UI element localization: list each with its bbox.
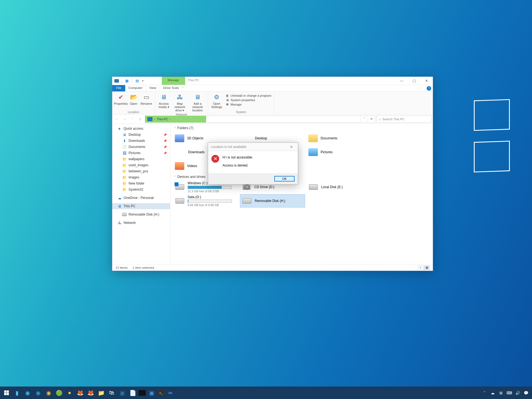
search-input[interactable]: ⌕ Search This PC bbox=[376, 116, 432, 123]
system-properties-button[interactable]: 🖥System properties bbox=[225, 98, 271, 102]
taskbar-chrome-icon[interactable]: 🟢 bbox=[54, 388, 64, 398]
ok-button[interactable]: OK bbox=[274, 176, 295, 181]
nav-item[interactable]: 📁between_pcs bbox=[112, 168, 170, 174]
drive-item[interactable]: Local Disk (E:) bbox=[307, 180, 372, 194]
manage-context-tab[interactable]: Manage bbox=[162, 77, 185, 85]
taskbar-cmd-icon[interactable]: >_ bbox=[139, 390, 146, 396]
properties-button[interactable]: ✔Properties bbox=[114, 93, 128, 106]
rename-button[interactable]: ▭Rename bbox=[139, 93, 153, 106]
status-bar: 12 items 1 item selected ≡ ▦ bbox=[112, 264, 433, 271]
tray-security-icon[interactable]: ⊞ bbox=[498, 391, 504, 395]
help-icon[interactable]: ? bbox=[427, 86, 431, 91]
up-button[interactable]: ↑ bbox=[137, 116, 144, 123]
titlebar: ▦ ▤ ▾ Manage This PC — ▢ ✕ bbox=[112, 77, 433, 85]
computer-tab[interactable]: Computer bbox=[125, 85, 146, 91]
folder-icon: ⬇ bbox=[122, 139, 127, 143]
folder-icon bbox=[175, 147, 185, 157]
drive-icon bbox=[242, 196, 252, 205]
drive-icon bbox=[308, 183, 318, 191]
folder-icon: 📁 bbox=[122, 187, 127, 192]
quick-access-root[interactable]: ★Quick access bbox=[112, 126, 170, 132]
quick-access-toolbar: ▦ ▤ ▾ bbox=[112, 77, 145, 85]
taskbar-explorer-icon[interactable]: 📁 bbox=[96, 388, 106, 398]
tray-volume-icon[interactable]: 🔊 bbox=[515, 391, 520, 395]
access-media-button[interactable]: 🖥Access media ▾ bbox=[157, 93, 171, 109]
taskbar-firefox-icon[interactable]: 🦊 bbox=[75, 388, 85, 398]
address-bar[interactable]: › This PC › ˅ ✕ bbox=[145, 116, 375, 123]
drive-tools-tab[interactable]: Drive Tools bbox=[160, 85, 183, 91]
tray-input-icon[interactable]: ⌨ bbox=[507, 391, 512, 395]
nav-item[interactable]: 📁New folder bbox=[112, 180, 170, 186]
tiles-view-button[interactable]: ▦ bbox=[424, 265, 429, 270]
recent-locations-icon[interactable]: ˅ bbox=[129, 116, 136, 123]
navigation-bar: ← → ˅ ↑ › This PC › ˅ ✕ ⌕ Search This PC bbox=[112, 114, 433, 124]
folders-section-header[interactable]: ˅Folders (7) bbox=[173, 124, 430, 132]
collapse-ribbon-icon[interactable]: ˆ bbox=[182, 87, 185, 90]
folder-icon bbox=[308, 134, 318, 142]
pc-icon: 🖥 bbox=[117, 204, 122, 208]
selection-count: 1 item selected bbox=[132, 266, 154, 269]
drive-item[interactable]: Removable Disk (H:) bbox=[240, 194, 305, 208]
drive-icon bbox=[175, 196, 185, 205]
dialog-close-button[interactable]: ✕ bbox=[288, 145, 295, 149]
taskbar-app-1[interactable]: ▮ bbox=[12, 388, 22, 398]
manage-button[interactable]: 🛠Manage bbox=[225, 103, 271, 106]
folder-icon: 📁 bbox=[122, 181, 127, 186]
minimize-button[interactable]: — bbox=[395, 77, 408, 85]
tray-onedrive-icon[interactable]: ☁ bbox=[490, 391, 495, 395]
onedrive-root[interactable]: ☁OneDrive - Personal bbox=[112, 195, 170, 201]
tray-notifications-icon[interactable]: 💬 bbox=[523, 391, 529, 395]
this-pc-root[interactable]: 🖥This PC bbox=[112, 203, 170, 209]
nav-item[interactable]: 🖼Pictures📌 bbox=[112, 150, 170, 156]
nav-item[interactable]: 📄Documents📌 bbox=[112, 144, 170, 150]
folder-item[interactable]: Documents bbox=[307, 132, 372, 145]
taskbar-powershell-icon[interactable]: ▣ bbox=[117, 388, 127, 398]
system-group-label: System bbox=[210, 110, 272, 114]
taskbar-firefox-dev-icon[interactable]: 🦊 bbox=[86, 388, 95, 398]
nav-item[interactable]: 🖥Desktop📌 bbox=[112, 132, 170, 138]
taskbar-app-4[interactable]: ∞ bbox=[166, 388, 175, 398]
file-tab[interactable]: File bbox=[112, 85, 125, 91]
taskbar-store-icon[interactable]: 🛍 bbox=[107, 388, 116, 398]
taskbar-chrome-canary-icon[interactable]: ● bbox=[65, 388, 74, 398]
drive-item[interactable]: Sata (G:)9.94 GB free of 9.98 GB bbox=[173, 194, 238, 208]
nav-item[interactable]: 📁System32 bbox=[112, 186, 170, 193]
pc-icon[interactable] bbox=[114, 78, 119, 84]
nav-item[interactable]: 📁images bbox=[112, 174, 170, 180]
details-view-button[interactable]: ≡ bbox=[418, 265, 423, 270]
taskbar-edge-canary-icon[interactable]: ◉ bbox=[44, 388, 53, 398]
refresh-button[interactable]: ✕ bbox=[368, 116, 375, 122]
removable-disk-nav[interactable]: Removable Disk (H:) bbox=[112, 211, 170, 218]
nav-item[interactable]: ⬇Downloads📌 bbox=[112, 138, 170, 144]
forward-button[interactable]: → bbox=[121, 116, 128, 123]
folder-icon bbox=[175, 162, 184, 170]
qat-dropdown-icon[interactable]: ▾ bbox=[142, 79, 144, 82]
taskbar-terminal-icon[interactable]: >_ bbox=[157, 390, 165, 396]
close-button[interactable]: ✕ bbox=[420, 77, 433, 85]
add-network-location-button[interactable]: 🖥Add a network location bbox=[189, 93, 206, 112]
nav-item[interactable]: 📁wallpapers bbox=[112, 156, 170, 162]
taskbar-app-2[interactable]: 📄 bbox=[128, 388, 137, 398]
tray-overflow-icon[interactable]: ˄ bbox=[482, 391, 487, 395]
pin-icon: 📌 bbox=[163, 145, 167, 149]
taskbar-edge-icon[interactable]: ◉ bbox=[23, 388, 32, 398]
properties-qat-icon[interactable]: ▦ bbox=[124, 78, 130, 84]
uninstall-program-button[interactable]: 🗑Uninstall or change a program bbox=[225, 94, 271, 98]
back-button[interactable]: ← bbox=[113, 116, 121, 123]
drive-icon bbox=[122, 212, 127, 217]
taskbar-edge-dev-icon[interactable]: ◉ bbox=[33, 388, 43, 398]
pin-icon: 📌 bbox=[163, 139, 167, 142]
map-network-drive-button[interactable]: 🖧Map network drive ▾ bbox=[171, 93, 188, 112]
open-settings-button[interactable]: ⚙Open Settings bbox=[210, 93, 224, 109]
folder-item[interactable]: Pictures bbox=[307, 145, 372, 159]
folder-icon: 🖼 bbox=[122, 151, 127, 155]
new-folder-qat-icon[interactable]: ▤ bbox=[134, 78, 140, 84]
open-button[interactable]: 📂Open bbox=[128, 93, 139, 106]
taskbar-app-3[interactable]: ▣ bbox=[147, 388, 156, 398]
start-button[interactable] bbox=[2, 388, 11, 398]
network-root[interactable]: 🖧Network bbox=[112, 220, 170, 226]
maximize-button[interactable]: ▢ bbox=[408, 77, 420, 85]
view-tab[interactable]: View bbox=[146, 85, 160, 91]
address-dropdown-icon[interactable]: ˅ bbox=[360, 116, 368, 122]
nav-item[interactable]: 📁used_images bbox=[112, 162, 170, 168]
